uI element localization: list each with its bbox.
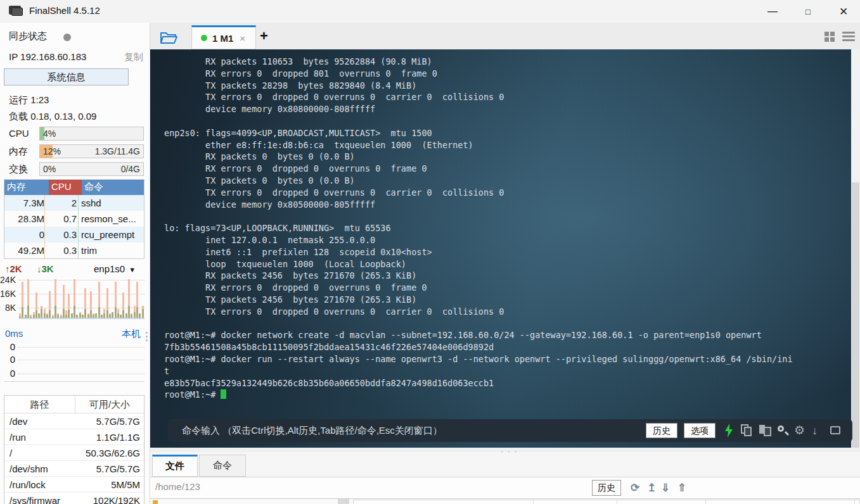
upload-icon[interactable]: ⇑ bbox=[677, 481, 686, 495]
net-bar-down bbox=[142, 309, 144, 318]
tab-commands[interactable]: 命令 bbox=[199, 455, 246, 477]
net-bar-down bbox=[117, 313, 119, 318]
refresh-icon[interactable]: ⟳ bbox=[631, 481, 639, 495]
terminal-line bbox=[164, 210, 793, 222]
col-size[interactable]: 可用/大小 bbox=[75, 396, 144, 413]
net-bar-down bbox=[131, 315, 132, 318]
copy-icon[interactable] bbox=[741, 424, 754, 437]
terminal-line: RX packets 110653 bytes 95262884 (90.8 M… bbox=[164, 56, 793, 68]
process-row[interactable]: 00.3rcu_preempt bbox=[4, 227, 144, 243]
session-tab-bar bbox=[150, 23, 860, 49]
interface-dropdown[interactable]: enp1s0▼ bbox=[94, 263, 136, 274]
net-bar-down bbox=[112, 312, 113, 318]
terminal-output[interactable]: RX packets 110653 bytes 95262884 (90.8 M… bbox=[164, 56, 793, 401]
search-icon[interactable] bbox=[776, 424, 789, 437]
path-input[interactable]: /home/123 bbox=[155, 481, 586, 492]
net-bar-down bbox=[41, 309, 42, 318]
path-history-button[interactable]: 历史 bbox=[592, 480, 621, 496]
terminal-line: root@M1:~# docker network create -d macv… bbox=[164, 329, 793, 341]
col-cpu[interactable]: CPU bbox=[49, 180, 82, 195]
disk-row[interactable]: /dev/shm5.7G/5.7G bbox=[4, 461, 144, 477]
minimize-button[interactable]: — bbox=[758, 0, 787, 23]
disk-row[interactable]: /dev5.7G/5.7G bbox=[4, 413, 144, 429]
chevron-down-icon: ▼ bbox=[129, 266, 136, 274]
ping-handle-dot bbox=[146, 336, 148, 337]
download-icon[interactable]: ⇓ bbox=[661, 481, 670, 495]
terminal-line: TX packets 0 bytes 0 (0.0 B) bbox=[164, 175, 793, 187]
terminal-line: RX errors 0 dropped 0 overruns 0 frame 0 bbox=[164, 282, 793, 294]
net-bar-down bbox=[87, 315, 89, 318]
history-button[interactable]: 历史 bbox=[646, 423, 677, 438]
col-command[interactable]: 命令 bbox=[82, 180, 144, 195]
options-button[interactable]: 选项 bbox=[684, 423, 716, 438]
terminal-scrollbar[interactable] bbox=[851, 49, 860, 452]
terminal-line: device memory 0x80800000-808fffff bbox=[164, 103, 793, 115]
lightning-bolt-icon[interactable] bbox=[724, 424, 733, 438]
hamburger-menu-icon[interactable] bbox=[842, 32, 855, 42]
cpu-label: CPU bbox=[9, 128, 29, 139]
process-table: 内存 CPU 命令 7.3M2sshd28.3M0.7resmon_se...0… bbox=[4, 179, 144, 259]
net-bar-down bbox=[115, 307, 117, 318]
net-bar-down bbox=[125, 313, 127, 318]
disk-row[interactable]: /50.3G/62.6G bbox=[4, 445, 144, 461]
parent-dir-icon[interactable]: ↥ bbox=[647, 481, 656, 495]
command-input-bar[interactable]: 命令输入 （双击Ctrl切换,Alt历史,Tab路径/命令,Esc关闭窗口） 历… bbox=[168, 419, 852, 442]
download-rate-label: ↓3K bbox=[37, 263, 54, 274]
process-row[interactable]: 7.3M2sshd bbox=[4, 195, 144, 211]
ping-baseline bbox=[4, 381, 144, 382]
process-row[interactable]: 28.3M0.7resmon_se... bbox=[4, 211, 144, 227]
scroll-down-icon[interactable]: ↓ bbox=[812, 424, 825, 437]
layout-grid-icon[interactable] bbox=[825, 32, 836, 42]
col-path[interactable]: 路径 bbox=[4, 396, 75, 413]
col-memory[interactable]: 内存 bbox=[4, 180, 49, 195]
swap-progressbar: 0% 0/4G bbox=[39, 162, 144, 176]
net-bar-down bbox=[95, 313, 97, 318]
paste-icon[interactable] bbox=[759, 424, 771, 437]
terminal-line: TX packets 2456 bytes 271670 (265.3 KiB) bbox=[164, 294, 793, 306]
terminal-line: RX packets 2456 bytes 271670 (265.3 KiB) bbox=[164, 270, 793, 282]
net-bar-down bbox=[139, 313, 141, 318]
net-bar-down bbox=[60, 317, 62, 318]
maximize-button[interactable]: □ bbox=[793, 0, 823, 23]
net-bar-down bbox=[46, 315, 48, 318]
disk-row[interactable]: /run/lock5M/5M bbox=[4, 477, 144, 493]
tab-files[interactable]: 文件 bbox=[152, 455, 198, 477]
terminal-line: ether e8:ff:1e:d8:b6:ca txqueuelen 1000 … bbox=[164, 139, 793, 151]
title-bar: FinalShell 4.5.12 — □ ✕ bbox=[0, 0, 860, 23]
tab-close-icon[interactable]: × bbox=[240, 33, 245, 44]
process-row[interactable]: 49.2M0.3trim bbox=[4, 243, 144, 258]
disk-row[interactable]: /run1.1G/1.1G bbox=[4, 429, 144, 445]
net-bar-down bbox=[106, 310, 108, 318]
ping-target-label[interactable]: 本机 bbox=[122, 328, 141, 340]
command-input-hint[interactable]: 命令输入 （双击Ctrl切换,Alt历史,Tab路径/命令,Esc关闭窗口） bbox=[182, 425, 639, 437]
net-bar-down bbox=[93, 315, 94, 318]
disk-row[interactable]: /sys/firmwar102K/192K bbox=[4, 493, 144, 504]
copy-ip-button[interactable]: 复制 bbox=[124, 51, 143, 63]
tab-session-m1[interactable]: 1 M1 × bbox=[191, 25, 256, 49]
disk-table: 路径 可用/大小 /dev5.7G/5.7G/run1.1G/1.1G/50.3… bbox=[4, 395, 144, 504]
process-table-header[interactable]: 内存 CPU 命令 bbox=[4, 180, 144, 195]
file-panel-grip[interactable] bbox=[338, 499, 349, 504]
terminal-view[interactable]: RX packets 110653 bytes 95262884 (90.8 M… bbox=[150, 49, 851, 452]
new-tab-button[interactable]: + bbox=[260, 28, 268, 44]
sync-status-dot-icon bbox=[63, 34, 71, 41]
panel-splitter[interactable]: • • • bbox=[150, 448, 860, 452]
file-marker-icon bbox=[153, 500, 158, 504]
system-info-button[interactable]: 系统信息 bbox=[4, 68, 129, 85]
memory-label: 内存 bbox=[9, 146, 28, 158]
window-mode-icon[interactable] bbox=[830, 424, 842, 437]
terminal-line: inet 127.0.0.1 netmask 255.0.0.0 bbox=[164, 234, 793, 246]
net-bar-down bbox=[84, 309, 86, 318]
net-ytick: 16K bbox=[0, 289, 16, 299]
cpu-meter: CPU 4% bbox=[0, 127, 150, 141]
gear-icon[interactable]: ⚙ bbox=[794, 424, 807, 437]
open-folder-icon[interactable] bbox=[160, 30, 179, 44]
ping-gridline bbox=[18, 374, 144, 374]
net-bar-down bbox=[38, 313, 40, 318]
close-button[interactable]: ✕ bbox=[829, 0, 858, 23]
disk-table-header[interactable]: 路径 可用/大小 bbox=[4, 396, 144, 413]
net-bar-down bbox=[120, 315, 122, 318]
net-bar-down bbox=[136, 307, 138, 318]
terminal-line: e83b57bacf3529a132449b626c8b35b60a06650b… bbox=[164, 377, 793, 389]
scrollbar-thumb[interactable] bbox=[852, 182, 859, 448]
